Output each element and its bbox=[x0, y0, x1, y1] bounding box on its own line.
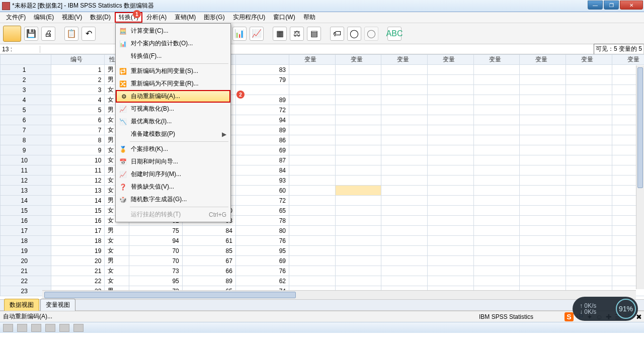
row-header[interactable]: 10 bbox=[1, 155, 51, 165]
table-row[interactable]: 1111男84 bbox=[1, 165, 645, 176]
cell[interactable]: 22 bbox=[51, 276, 105, 286]
cell[interactable] bbox=[381, 196, 428, 206]
table-row[interactable]: 1515女909065 bbox=[1, 206, 645, 216]
cell[interactable] bbox=[381, 85, 428, 95]
cell[interactable] bbox=[289, 196, 336, 206]
menu-item-自动重新编码(A)...[interactable]: ⚙自动重新编码(A)... bbox=[116, 90, 230, 103]
cell[interactable] bbox=[566, 65, 612, 75]
vertical-scrollbar[interactable] bbox=[636, 65, 644, 289]
cell[interactable] bbox=[428, 216, 474, 226]
column-header[interactable]: 变量 bbox=[566, 55, 612, 65]
row-header[interactable]: 14 bbox=[1, 196, 51, 206]
cell[interactable]: 13 bbox=[51, 186, 105, 196]
cell[interactable] bbox=[520, 135, 566, 145]
cell[interactable] bbox=[428, 165, 474, 176]
cell[interactable] bbox=[473, 196, 520, 206]
table-row[interactable]: 1717男758480 bbox=[1, 226, 645, 236]
cell[interactable] bbox=[566, 206, 612, 216]
column-header[interactable]: 变量 bbox=[289, 55, 336, 65]
table-row[interactable]: 99女69 bbox=[1, 145, 645, 155]
cell[interactable] bbox=[520, 216, 566, 226]
taskbar-icon[interactable] bbox=[59, 324, 69, 332]
cell[interactable]: 6 bbox=[51, 115, 105, 125]
menu-item-对个案内的值计数(O)...[interactable]: 📊对个案内的值计数(O)... bbox=[116, 37, 230, 50]
cell[interactable] bbox=[335, 135, 381, 145]
cell[interactable] bbox=[428, 226, 474, 236]
cell[interactable] bbox=[289, 256, 336, 266]
cell[interactable]: 19 bbox=[51, 246, 105, 256]
table-row[interactable]: 2121女736676 bbox=[1, 266, 645, 276]
cell[interactable]: 73 bbox=[129, 266, 182, 276]
cell[interactable] bbox=[335, 165, 381, 176]
table-row[interactable]: 2020男706769 bbox=[1, 256, 645, 266]
cell[interactable]: 21 bbox=[51, 266, 105, 276]
cell[interactable] bbox=[473, 105, 520, 115]
table-row[interactable]: 1616女929378 bbox=[1, 216, 645, 226]
row-header[interactable]: 17 bbox=[1, 226, 51, 236]
cell[interactable]: 69 bbox=[235, 256, 289, 266]
cell[interactable] bbox=[566, 236, 612, 246]
cell[interactable] bbox=[428, 155, 474, 165]
table-row[interactable]: 77女89 bbox=[1, 125, 645, 135]
cell[interactable]: 69 bbox=[235, 145, 289, 155]
cell[interactable]: 87 bbox=[235, 155, 289, 165]
cell[interactable] bbox=[520, 65, 566, 75]
chart-button-1[interactable]: 📊 bbox=[232, 27, 247, 41]
cell[interactable] bbox=[520, 206, 566, 216]
close-button[interactable]: ✕ bbox=[620, 1, 643, 10]
column-header[interactable] bbox=[235, 55, 289, 65]
cell[interactable] bbox=[520, 145, 566, 155]
table-row[interactable]: 55男72 bbox=[1, 105, 645, 115]
column-header[interactable]: 编号 bbox=[51, 55, 105, 65]
cell[interactable] bbox=[289, 115, 336, 125]
cell[interactable] bbox=[428, 85, 474, 95]
cell[interactable] bbox=[566, 135, 612, 145]
cell[interactable] bbox=[473, 186, 520, 196]
cell[interactable] bbox=[566, 125, 612, 135]
cell[interactable] bbox=[335, 256, 381, 266]
cell[interactable] bbox=[473, 65, 520, 75]
cell[interactable]: 5 bbox=[51, 105, 105, 115]
cell[interactable] bbox=[428, 176, 474, 186]
cell[interactable] bbox=[520, 196, 566, 206]
cell[interactable] bbox=[289, 165, 336, 176]
print-button[interactable]: 🖨 bbox=[41, 27, 55, 41]
cell[interactable]: 72 bbox=[235, 105, 289, 115]
cell[interactable] bbox=[473, 135, 520, 145]
cell[interactable]: 67 bbox=[182, 256, 235, 266]
cell[interactable] bbox=[289, 276, 336, 286]
menu-实用程序(U)[interactable]: 实用程序(U) bbox=[229, 12, 270, 23]
minimize-button[interactable]: — bbox=[588, 1, 603, 10]
menu-item-日期和时间向导...[interactable]: 📅日期和时间向导... bbox=[116, 155, 230, 168]
cell[interactable]: 84 bbox=[235, 165, 289, 176]
cell[interactable] bbox=[520, 226, 566, 236]
cell[interactable] bbox=[428, 276, 474, 286]
maximize-button[interactable]: ❐ bbox=[604, 1, 619, 10]
cell[interactable] bbox=[335, 65, 381, 75]
cell[interactable] bbox=[520, 75, 566, 85]
cell[interactable]: 10 bbox=[51, 155, 105, 165]
cell[interactable] bbox=[335, 226, 381, 236]
cell[interactable] bbox=[566, 85, 612, 95]
cell[interactable] bbox=[289, 135, 336, 145]
cell[interactable] bbox=[566, 165, 612, 176]
cell[interactable] bbox=[428, 135, 474, 145]
menu-item-重新编码为相同变量(S)...[interactable]: 🔁重新编码为相同变量(S)... bbox=[116, 65, 230, 77]
cell[interactable] bbox=[335, 176, 381, 186]
cell[interactable] bbox=[473, 145, 520, 155]
cell[interactable] bbox=[335, 145, 381, 155]
taskbar-icon[interactable] bbox=[73, 324, 84, 332]
cell[interactable] bbox=[335, 196, 381, 206]
row-header[interactable]: 3 bbox=[1, 85, 51, 95]
cell[interactable] bbox=[335, 125, 381, 135]
cell[interactable] bbox=[520, 266, 566, 276]
taskbar-icon[interactable] bbox=[31, 324, 41, 332]
cell[interactable]: 16 bbox=[51, 216, 105, 226]
cell[interactable] bbox=[381, 155, 428, 165]
horizontal-scrollbar[interactable] bbox=[42, 290, 636, 299]
cell[interactable] bbox=[566, 155, 612, 165]
table-row[interactable]: 44女89 bbox=[1, 95, 645, 105]
cell[interactable]: 11 bbox=[51, 165, 105, 176]
cell[interactable] bbox=[473, 165, 520, 176]
cell[interactable]: 78 bbox=[235, 216, 289, 226]
